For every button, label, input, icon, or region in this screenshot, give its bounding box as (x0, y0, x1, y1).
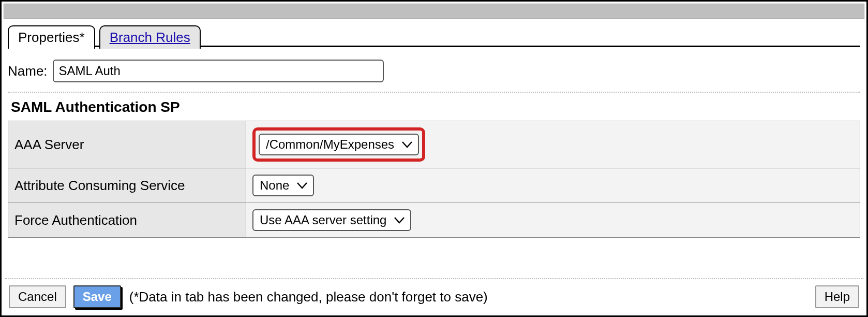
select-force-auth[interactable]: Use AAA server setting (252, 209, 411, 231)
section-title: SAML Authentication SP (8, 97, 860, 121)
label-attr-consuming: Attribute Consuming Service (8, 168, 246, 203)
cell-force-auth: Use AAA server setting (246, 203, 860, 238)
select-attr-consuming[interactable]: None (252, 175, 314, 196)
cancel-button[interactable]: Cancel (9, 285, 66, 308)
tab-branch-rules[interactable]: Branch Rules (99, 25, 201, 49)
name-row: Name: (8, 54, 860, 92)
chevron-down-icon (296, 182, 308, 189)
properties-table: AAA Server /Common/MyExpenses Attribute … (8, 121, 860, 238)
content-area: Name: SAML Authentication SP AAA Server … (2, 47, 866, 238)
select-force-auth-value: Use AAA server setting (260, 213, 386, 227)
tab-properties[interactable]: Properties* (8, 25, 95, 49)
name-input[interactable] (53, 60, 384, 82)
select-aaa-server[interactable]: /Common/MyExpenses (259, 134, 419, 155)
row-attr-consuming: Attribute Consuming Service None (8, 168, 860, 203)
row-aaa-server: AAA Server /Common/MyExpenses (8, 121, 860, 168)
divider (8, 92, 860, 93)
select-aaa-server-value: /Common/MyExpenses (266, 137, 394, 152)
name-label: Name: (8, 63, 48, 79)
cell-aaa-server: /Common/MyExpenses (246, 121, 860, 168)
label-force-auth: Force Authentication (8, 203, 246, 238)
chevron-down-icon (394, 217, 405, 224)
select-attr-consuming-value: None (260, 178, 289, 193)
highlight-aaa-server: /Common/MyExpenses (252, 127, 425, 162)
footer: Cancel Save (*Data in tab has been chang… (2, 278, 866, 315)
dialog-window: Properties* Branch Rules Name: SAML Auth… (0, 0, 868, 317)
unsaved-note: (*Data in tab has been changed, please d… (129, 289, 488, 305)
save-button[interactable]: Save (73, 285, 121, 308)
tabs: Properties* Branch Rules (8, 21, 866, 47)
chevron-down-icon (401, 141, 413, 148)
help-button[interactable]: Help (815, 285, 859, 308)
row-force-auth: Force Authentication Use AAA server sett… (8, 203, 860, 238)
cell-attr-consuming: None (246, 168, 860, 203)
label-aaa-server: AAA Server (8, 121, 246, 168)
title-bar (4, 4, 864, 19)
